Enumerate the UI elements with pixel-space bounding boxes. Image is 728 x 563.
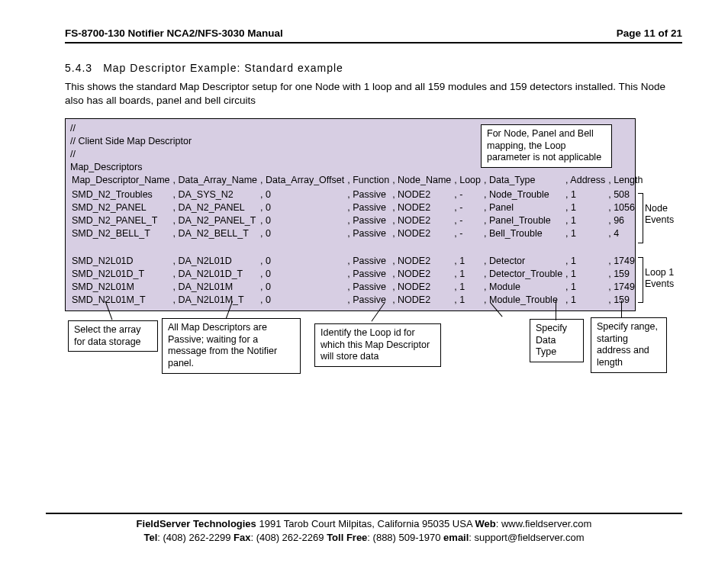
col-header: , Address — [564, 174, 607, 188]
footer-tel-label: Tel — [143, 532, 157, 543]
footer-email-label: email — [443, 532, 469, 543]
table-row: SMD_N2L01D, DA_N2L01D, 0, Passive, NODE2… — [70, 254, 644, 267]
footer-tollfree: : (888) 509-1970 — [367, 532, 443, 543]
col-header: , Data_Type — [482, 174, 564, 188]
doc-title: FS-8700-130 Notifier NCA2/NFS-3030 Manua… — [65, 27, 283, 39]
col-header: , Loop — [453, 174, 482, 188]
descriptor-table: Map_Descriptor_Name , Data_Array_Name , … — [70, 174, 644, 307]
col-header: , Data_Array_Offset — [259, 174, 346, 188]
footer-email: : support@fieldserver.com — [469, 532, 584, 543]
table-row: SMD_N2_PANEL_T, DA_N2_PANEL_T, 0, Passiv… — [70, 214, 644, 227]
table-row: SMD_N2_PANEL, DA_N2_PANEL, 0, Passive, N… — [70, 201, 644, 214]
callout-select-array: Select the array for data storage — [68, 320, 158, 352]
side-label-loop: Loop 1 Events — [645, 267, 687, 290]
section-heading: 5.4.3Map Descriptor Example: Standard ex… — [65, 62, 682, 74]
page-number: Page 11 of 21 — [617, 27, 682, 39]
side-label-node: Node Events — [645, 203, 687, 226]
page-footer: FieldServer Technologies 1991 Tarob Cour… — [46, 513, 682, 545]
callout-loop-na: For Node, Panel and Bell mapping, the Lo… — [481, 124, 612, 168]
col-header: , Length — [607, 174, 644, 188]
section-title: Map Descriptor Example: Standard example — [103, 62, 343, 74]
connector-line — [556, 301, 556, 320]
footer-fax-label: Fax — [234, 532, 250, 543]
footer-tel: : (408) 262-2299 — [157, 532, 234, 543]
callout-passive: All Map Descriptors are Passive; waiting… — [162, 318, 301, 374]
col-header: , Data_Array_Name — [172, 174, 259, 188]
page-header: FS-8700-130 Notifier NCA2/NFS-3030 Manua… — [65, 27, 682, 43]
col-header: , Node_Name — [391, 174, 453, 188]
table-row: SMD_N2L01M, DA_N2L01M, 0, Passive, NODE2… — [70, 280, 644, 293]
table-row: SMD_N2L01M_T, DA_N2L01M_T, 0, Passive, N… — [70, 293, 644, 306]
callout-data-type: Specify Data Type — [530, 319, 584, 362]
col-header: Map_Descriptor_Name — [70, 174, 172, 188]
footer-fax: : (408) 262-2269 — [250, 532, 327, 543]
footer-company: FieldServer Technologies — [137, 518, 256, 529]
footer-web: : www.fieldserver.com — [496, 518, 592, 529]
callout-loop-id: Identify the Loop id for which this Map … — [314, 323, 441, 367]
section-intro: This shows the standard Map Descriptor s… — [65, 80, 682, 108]
table-row: SMD_N2L01D_T, DA_N2L01D_T, 0, Passive, N… — [70, 267, 644, 280]
table-header-row: Map_Descriptor_Name , Data_Array_Name , … — [70, 174, 644, 188]
footer-web-label: Web — [475, 518, 496, 529]
callout-range: Specify range, starting address and leng… — [591, 317, 667, 373]
connector-line — [621, 301, 622, 317]
footer-tollfree-label: Toll Free — [327, 532, 367, 543]
footer-address: 1991 Tarob Court Milpitas, California 95… — [256, 518, 475, 529]
col-header: , Function — [346, 174, 391, 188]
table-row: SMD_N2_BELL_T, DA_N2_BELL_T, 0, Passive,… — [70, 227, 644, 240]
brace-icon — [638, 193, 643, 243]
section-number: 5.4.3 — [65, 62, 92, 74]
brace-icon — [638, 257, 643, 303]
table-row: SMD_N2_Troubles, DA_SYS_N2, 0, Passive, … — [70, 188, 644, 201]
